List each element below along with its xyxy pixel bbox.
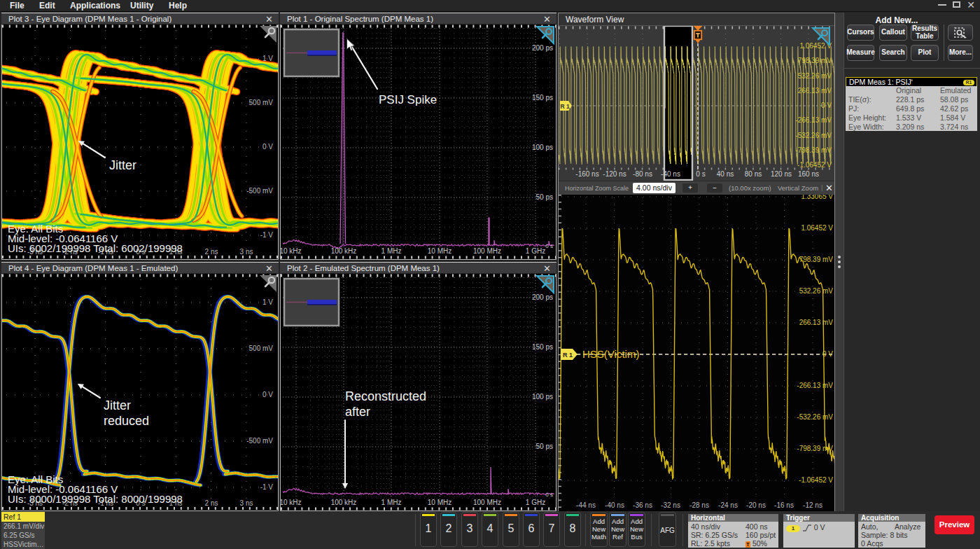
svg-text:0 V: 0 V xyxy=(822,350,833,358)
svg-text:Jitter: Jitter xyxy=(104,398,131,412)
svg-text:0 V: 0 V xyxy=(262,143,273,151)
svg-text:160 ns: 160 ns xyxy=(798,170,819,178)
svg-text:10 MHz: 10 MHz xyxy=(428,499,451,506)
svg-text:266.13 mV: 266.13 mV xyxy=(799,319,834,326)
svg-text:1 MHz: 1 MHz xyxy=(382,499,402,506)
svg-text:532.26 mV: 532.26 mV xyxy=(799,287,834,295)
svg-text:50 ps: 50 ps xyxy=(536,193,553,201)
svg-text:-40 ns: -40 ns xyxy=(605,501,624,509)
svg-text:-532.26 mV: -532.26 mV xyxy=(797,413,833,421)
svg-text:-1.06452 V: -1.06452 V xyxy=(797,161,832,169)
svg-text:3 ns: 3 ns xyxy=(240,499,253,507)
svg-text:100 ps: 100 ps xyxy=(532,393,553,401)
svg-text:150 ps: 150 ps xyxy=(532,343,553,351)
svg-text:-12 ns: -12 ns xyxy=(803,501,822,509)
svg-text:1 V: 1 V xyxy=(262,55,273,62)
svg-text:798.39 mV: 798.39 mV xyxy=(799,256,834,263)
svg-text:-500 mV: -500 mV xyxy=(246,437,273,445)
svg-text:-44 ns: -44 ns xyxy=(576,501,596,509)
svg-text:-20 ns: -20 ns xyxy=(746,501,766,509)
svg-text:0 V: 0 V xyxy=(821,102,832,109)
svg-text:-32 ns: -32 ns xyxy=(661,501,680,509)
svg-text:150 ps: 150 ps xyxy=(532,94,553,102)
svg-text:100 kHz: 100 kHz xyxy=(331,499,357,506)
svg-text:40 ns: 40 ns xyxy=(717,170,734,178)
svg-text:-24 ns: -24 ns xyxy=(718,501,738,509)
svg-text:R 1: R 1 xyxy=(560,103,570,110)
svg-text:-266.13 mV: -266.13 mV xyxy=(797,382,833,389)
svg-text:120 ns: 120 ns xyxy=(771,170,792,178)
svg-text:-798.39 mV: -798.39 mV xyxy=(797,445,833,452)
svg-text:0 s: 0 s xyxy=(545,492,553,498)
svg-text:0 s: 0 s xyxy=(696,170,705,178)
svg-text:100 MHz: 100 MHz xyxy=(473,499,501,506)
svg-text:0 V: 0 V xyxy=(262,391,273,398)
svg-text:-120 ns: -120 ns xyxy=(603,170,626,178)
svg-text:1 GHz: 1 GHz xyxy=(526,499,545,506)
svg-text:R 1: R 1 xyxy=(563,352,573,359)
svg-text:Jitter: Jitter xyxy=(109,158,136,172)
svg-text:-80 ns: -80 ns xyxy=(633,170,652,178)
svg-text:-532.26 mV: -532.26 mV xyxy=(795,132,832,139)
svg-text:80 ns: 80 ns xyxy=(745,170,762,178)
svg-text:HSS(Victim): HSS(Victim) xyxy=(582,348,639,360)
svg-text:-40 ns: -40 ns xyxy=(661,170,680,178)
svg-text:1 GHz: 1 GHz xyxy=(526,247,545,255)
svg-text:2 ns: 2 ns xyxy=(205,499,218,507)
svg-text:Reconstructed: Reconstructed xyxy=(345,389,426,403)
svg-text:10 MHz: 10 MHz xyxy=(428,247,451,255)
svg-text:532.26 mV: 532.26 mV xyxy=(798,72,832,80)
svg-text:1 V: 1 V xyxy=(262,298,273,306)
svg-text:500 mV: 500 mV xyxy=(249,99,274,106)
svg-text:reduced: reduced xyxy=(104,414,149,428)
svg-text:UIs: 8000/199998 Total: 800: UIs: 8000/199998 Total: 8000/199998 xyxy=(8,493,183,505)
svg-text:798.39 mV: 798.39 mV xyxy=(798,57,832,64)
svg-text:-1.06452 V: -1.06452 V xyxy=(799,476,833,484)
svg-text:10 kHz: 10 kHz xyxy=(281,247,302,255)
svg-text:100 kHz: 100 kHz xyxy=(331,247,357,255)
svg-text:1.33065 V: 1.33065 V xyxy=(801,195,833,200)
svg-text:after: after xyxy=(345,405,370,419)
svg-text:1 MHz: 1 MHz xyxy=(382,247,402,255)
svg-text:-500 mV: -500 mV xyxy=(246,187,273,195)
svg-text:2 ns: 2 ns xyxy=(205,248,218,256)
svg-text:-1 V: -1 V xyxy=(260,231,274,239)
svg-text:3 ns: 3 ns xyxy=(240,248,253,256)
svg-text:100 ps: 100 ps xyxy=(532,144,553,151)
svg-text:10 kHz: 10 kHz xyxy=(281,499,302,506)
svg-text:-1 V: -1 V xyxy=(260,483,274,491)
svg-text:1.06452 V: 1.06452 V xyxy=(801,224,833,232)
svg-text:-160 ns: -160 ns xyxy=(575,170,598,178)
svg-text:-16 ns: -16 ns xyxy=(774,501,794,509)
svg-text:-798.39 mV: -798.39 mV xyxy=(795,146,832,154)
svg-text:-266.13 mV: -266.13 mV xyxy=(795,116,832,124)
svg-text:200 ps: 200 ps xyxy=(532,293,553,301)
svg-text:266.13 mV: 266.13 mV xyxy=(798,87,832,95)
svg-text:500 mV: 500 mV xyxy=(249,345,274,352)
svg-text:-28 ns: -28 ns xyxy=(690,501,709,509)
svg-text:200 ps: 200 ps xyxy=(532,44,553,52)
svg-text:50 ps: 50 ps xyxy=(536,443,553,450)
svg-text:-36 ns: -36 ns xyxy=(633,501,652,509)
svg-text:0 s: 0 s xyxy=(545,243,553,249)
svg-text:PSIJ Spike: PSIJ Spike xyxy=(379,93,437,106)
svg-text:UIs: 6002/199998 Total: 600: UIs: 6002/199998 Total: 6002/199998 xyxy=(8,242,183,254)
svg-text:100 MHz: 100 MHz xyxy=(473,247,501,255)
